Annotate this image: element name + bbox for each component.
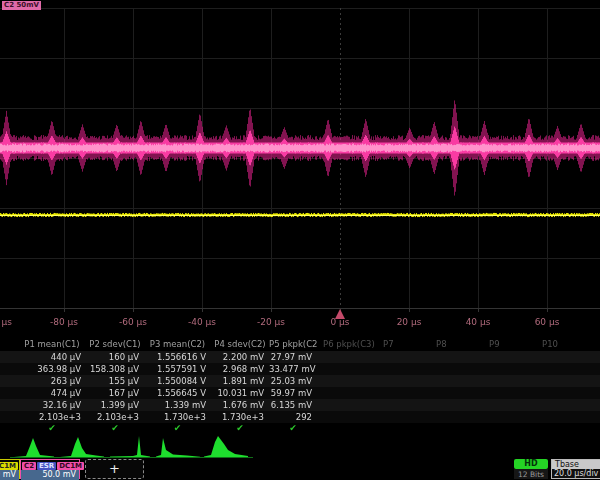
measure-value-cell: 2.200 mV (211, 351, 269, 363)
measure-value-cell (377, 387, 430, 399)
oscilloscope-screen: C2 50mV -100 µs-80 µs-60 µs-40 µs-20 µs0… (0, 0, 600, 480)
measure-value-cell: 1.556645 V (144, 387, 211, 399)
measure-col-header-p7[interactable]: P7 (377, 338, 430, 351)
measurement-histicons (0, 433, 600, 460)
axis-tick-label: -80 µs (34, 317, 94, 327)
measurement-table: P1 mean(C1)P2 sdev(C1)P3 mean(C2)P4 sdev… (0, 338, 600, 434)
axis-tick-label: 0 µs (310, 317, 370, 327)
measure-value-cell: 2.103e+3 (18, 411, 86, 423)
measure-value-cell (430, 411, 483, 423)
hd-mode-badge: HD (514, 459, 548, 469)
measure-value-cell: 10.031 mV (211, 387, 269, 399)
measure-value-cell (430, 351, 483, 363)
measure-value-cell: 33.477 mV (269, 363, 317, 375)
measure-value-cell: 1.557591 V (144, 363, 211, 375)
measure-value-cell: 1.399 µV (86, 399, 144, 411)
measure-value-cell (317, 399, 377, 411)
measure-value-cell (483, 399, 536, 411)
measure-value-cell: 440 µV (18, 351, 86, 363)
axis-tick-label: 20 µs (379, 317, 439, 327)
measure-value-cell: 1.339 mV (144, 399, 211, 411)
measure-value-cell (377, 411, 430, 423)
measure-value-cell (536, 363, 589, 375)
measure-col-header-p10[interactable]: P10 (536, 338, 589, 351)
measure-value-cell (377, 351, 430, 363)
measure-col-header-p2[interactable]: P2 sdev(C1) (86, 338, 144, 351)
measure-value-cell (430, 387, 483, 399)
measure-value-cell (377, 363, 430, 375)
measure-value-cell: 263 µV (18, 375, 86, 387)
measure-value-cell: 25.03 mV (269, 375, 317, 387)
measure-value-cell: 2.103e+3 (86, 411, 144, 423)
channel-c1-descriptor[interactable]: DC1M 10.0 mV (0, 459, 20, 479)
measure-col-header-p5[interactable]: P5 pkpk(C2) (269, 338, 317, 351)
measure-value-cell (483, 375, 536, 387)
measure-col-header-p9[interactable]: P9 (483, 338, 536, 351)
measure-value-cell: 1.676 mV (211, 399, 269, 411)
timebase-descriptor[interactable]: Tbase 20.0 µs/div (551, 459, 600, 479)
channel-c2-descriptor[interactable]: C2 ESR DC1M 50.0 mV (20, 459, 80, 479)
measure-value-cell (430, 399, 483, 411)
measure-col-header-p1[interactable]: P1 mean(C1) (18, 338, 86, 351)
axis-tick-label: 60 µs (517, 317, 577, 327)
measure-value-cell (377, 399, 430, 411)
time-axis: -100 µs-80 µs-60 µs-40 µs-20 µs0 µs20 µs… (0, 317, 600, 333)
measure-value-cell (536, 351, 589, 363)
measure-col-header-p4[interactable]: P4 sdev(C2) (211, 338, 269, 351)
measure-value-cell (483, 411, 536, 423)
measure-value-cell (317, 387, 377, 399)
measure-value-cell: 160 µV (86, 351, 144, 363)
c1-coupling-badge: DC1M (0, 462, 18, 470)
measure-value-cell (483, 363, 536, 375)
measure-col-header-p8[interactable]: P8 (430, 338, 483, 351)
measure-col-header-p6[interactable]: P6 pkpk(C3) (317, 338, 377, 351)
histicon-canvas (0, 433, 600, 460)
c2-name-badge: C2 (22, 462, 36, 470)
measure-value-cell (317, 375, 377, 387)
measure-value-cell (536, 411, 589, 423)
c1-scale-value: 10.0 mV (0, 470, 19, 480)
measure-value-cell (483, 351, 536, 363)
axis-tick-label: -100 µs (0, 317, 25, 327)
measure-value-cell (536, 399, 589, 411)
acquisition-mode[interactable]: HD 12 Bits (514, 459, 548, 479)
measure-value-cell: 474 µV (18, 387, 86, 399)
axis-tick-label: 40 µs (448, 317, 508, 327)
measure-value-cell: 363.98 µV (18, 363, 86, 375)
waveform-grid[interactable] (0, 0, 600, 332)
measure-value-cell: 2.968 mV (211, 363, 269, 375)
axis-tick-label: -60 µs (103, 317, 163, 327)
measure-value-cell: 292 (269, 411, 317, 423)
measure-value-cell (536, 375, 589, 387)
measure-value-cell (317, 363, 377, 375)
measure-value-cell: 1.891 mV (211, 375, 269, 387)
measure-value-cell: 1.730e+3 (144, 411, 211, 423)
timebase-label: Tbase (552, 460, 600, 469)
measure-value-cell: 59.97 mV (269, 387, 317, 399)
measure-value-cell: 1.730e+3 (211, 411, 269, 423)
measure-value-cell: 1.550084 V (144, 375, 211, 387)
c2-esr-badge: ESR (37, 462, 56, 470)
active-trace-badge[interactable]: C2 50mV (2, 1, 41, 10)
measure-value-cell: 27.97 mV (269, 351, 317, 363)
measure-value-cell (317, 351, 377, 363)
c2-scale-value: 50.0 mV (21, 470, 79, 480)
c2-coupling-badge: DC1M (57, 462, 84, 470)
timebase-value: 20.0 µs/div (552, 469, 600, 479)
measure-value-cell (430, 363, 483, 375)
measure-value-cell (377, 375, 430, 387)
measure-col-header-p3[interactable]: P3 mean(C2) (144, 338, 211, 351)
measure-value-cell: 158.308 µV (86, 363, 144, 375)
measure-value-cell: 167 µV (86, 387, 144, 399)
measure-value-cell: 32.16 µV (18, 399, 86, 411)
measure-value-cell (317, 411, 377, 423)
axis-tick-label: -40 µs (172, 317, 232, 327)
measure-value-cell: 1.556616 V (144, 351, 211, 363)
measure-value-cell: 6.135 mV (269, 399, 317, 411)
descriptor-bar: DC1M 10.0 mV C2 ESR DC1M 50.0 mV + HD 12… (0, 458, 600, 480)
add-channel-button[interactable]: + (85, 459, 144, 479)
hd-bits-label: 12 Bits (514, 469, 548, 479)
measure-value-cell (430, 375, 483, 387)
measure-value-cell: 155 µV (86, 375, 144, 387)
measure-value-cell (483, 387, 536, 399)
